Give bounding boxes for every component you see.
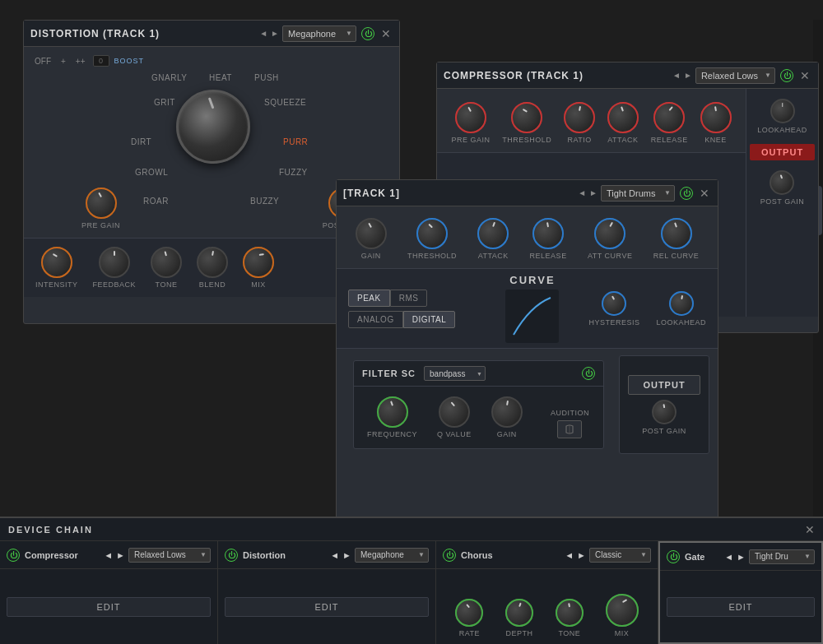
chain-gate-power[interactable]: ⏻ — [667, 550, 680, 563]
trans-attcurve-container: ATT CURVE — [588, 218, 633, 260]
boost-off-btn[interactable]: OFF — [32, 56, 53, 67]
qvalue-knob[interactable] — [439, 396, 470, 428]
chain-compressor-preset-dropdown[interactable]: Relaxed Lows — [128, 548, 211, 563]
compressor-preset-dropdown[interactable]: Relaxed Lows — [695, 67, 775, 84]
feedback-knob[interactable] — [99, 247, 130, 278]
hysteresis-knob[interactable] — [602, 291, 626, 316]
chain-distortion-power[interactable]: ⏻ — [225, 549, 238, 562]
tone-knob[interactable] — [151, 247, 182, 278]
squeeze-label: SQUEEZE — [264, 98, 306, 107]
chain-chorus-power[interactable]: ⏻ — [443, 549, 456, 562]
chain-chorus-prev[interactable]: ◄ — [565, 550, 574, 560]
transient-power-button[interactable]: ⏻ — [680, 187, 693, 200]
trans-attack-knob[interactable] — [477, 218, 509, 249]
comp-attack-container: ATTACK — [607, 102, 639, 144]
trans-attcurve-knob[interactable] — [594, 218, 625, 249]
device-chain-close[interactable]: ✕ — [805, 523, 815, 536]
chorus-tone-knob[interactable] — [556, 599, 584, 627]
chain-distortion-next[interactable]: ► — [342, 550, 351, 560]
chain-compressor-power[interactable]: ⏻ — [7, 549, 20, 562]
chain-chorus-next[interactable]: ► — [577, 550, 586, 560]
filter-sc-power-button[interactable]: ⏻ — [582, 367, 595, 380]
compressor-prev-arrow[interactable]: ◄ — [672, 71, 681, 80]
chain-gate-prev[interactable]: ◄ — [724, 552, 733, 562]
comp-threshold-knob[interactable] — [511, 102, 542, 133]
distortion-power-button[interactable]: ⏻ — [361, 27, 374, 40]
comp-knee-knob[interactable] — [700, 102, 732, 133]
chain-compressor-next[interactable]: ► — [116, 550, 125, 560]
trans-relcurve-knob[interactable] — [661, 218, 692, 249]
chorus-mix-knob[interactable] — [606, 594, 639, 627]
boost-plus-btn[interactable]: + — [58, 56, 68, 67]
filter-output-row: FILTER SC bandpass ⏻ FREQUENCY — [337, 349, 718, 461]
chain-chorus-preset-dropdown[interactable]: Classic — [589, 548, 651, 563]
device-chain: DEVICE CHAIN ✕ ⏻ Compressor ◄ ► Relaxed … — [0, 517, 823, 644]
dist-center-knob[interactable] — [176, 90, 250, 164]
chain-distortion-preset-dropdown[interactable]: Megaphone — [355, 548, 429, 563]
compressor-power-button[interactable]: ⏻ — [780, 69, 793, 82]
peak-btn[interactable]: PEAK — [348, 290, 390, 307]
dist-mix-knob[interactable] — [243, 247, 274, 278]
intensity-knob[interactable] — [41, 247, 72, 278]
filter-gain-knob[interactable] — [491, 396, 523, 428]
transient-next-arrow[interactable]: ► — [589, 188, 597, 197]
comp-ratio-knob[interactable] — [564, 102, 595, 133]
trans-release-knob[interactable] — [532, 218, 564, 249]
compressor-next-arrow[interactable]: ► — [684, 71, 692, 80]
comp-release-knob[interactable] — [653, 102, 685, 133]
comp-postgain-knob[interactable] — [770, 170, 794, 195]
chain-compressor-name: Compressor — [25, 550, 78, 560]
trans-release-label: RELEASE — [530, 252, 567, 260]
chorus-rate-knob[interactable] — [455, 599, 483, 627]
analog-btn[interactable]: ANALOG — [348, 311, 403, 328]
distortion-close-button[interactable]: ✕ — [379, 27, 393, 40]
trans-threshold-knob[interactable] — [416, 218, 448, 249]
chain-gate-edit[interactable]: EDIT — [660, 571, 821, 642]
blend-knob[interactable] — [197, 247, 228, 278]
chorus-depth-label: DEPTH — [506, 629, 533, 637]
filter-gain-label: GAIN — [497, 430, 517, 438]
digital-btn[interactable]: DIGITAL — [403, 311, 456, 328]
trans-threshold-label: THRESHOLD — [407, 252, 457, 260]
trans-threshold-container: THRESHOLD — [407, 218, 457, 260]
distortion-preset-dropdown[interactable]: Megaphone — [282, 25, 356, 42]
hysteresis-container: HYSTERESIS — [588, 291, 639, 327]
filter-type-select[interactable]: bandpass — [424, 366, 486, 381]
comp-release-container: RELEASE — [651, 102, 688, 144]
chain-compressor-edit-btn[interactable]: EDIT — [7, 597, 211, 617]
compressor-output-button[interactable]: OUTPUT — [750, 144, 815, 160]
distortion-next-arrow[interactable]: ► — [271, 29, 279, 38]
chorus-rate-container: RATE — [455, 599, 483, 637]
audition-button[interactable] — [557, 420, 582, 438]
chain-gate-next[interactable]: ► — [737, 552, 746, 562]
distortion-prev-arrow[interactable]: ◄ — [259, 29, 267, 38]
chain-compressor-prev[interactable]: ◄ — [104, 550, 113, 560]
chain-distortion-edit-btn[interactable]: EDIT — [225, 597, 429, 617]
comp-lookahead-knob[interactable] — [770, 99, 795, 123]
transient-prev-arrow[interactable]: ◄ — [578, 188, 586, 197]
trans-postgain-knob[interactable] — [652, 400, 677, 424]
detect-peak-rms-row: PEAK RMS — [348, 290, 455, 307]
chorus-depth-knob[interactable] — [505, 599, 533, 627]
dist-pregain-knob[interactable] — [86, 188, 117, 219]
transient-close-button[interactable]: ✕ — [698, 187, 711, 200]
chain-distortion-prev[interactable]: ◄ — [330, 550, 339, 560]
chain-gate-preset-dropdown[interactable]: Tight Dru — [749, 549, 815, 564]
comp-attack-knob[interactable] — [607, 102, 639, 133]
chain-distortion-edit[interactable]: EDIT — [218, 569, 435, 644]
boost-pp-btn[interactable]: ++ — [73, 56, 88, 67]
dist-main-knob[interactable] — [176, 90, 250, 164]
compressor-close-button[interactable]: ✕ — [798, 69, 811, 82]
filter-gain-container: GAIN — [491, 396, 523, 438]
chain-distortion-name: Distortion — [243, 550, 286, 560]
trans-gain-container: GAIN — [356, 218, 387, 260]
frequency-knob[interactable] — [377, 396, 408, 428]
trans-lookahead-knob[interactable] — [669, 291, 694, 316]
chain-gate-edit-btn[interactable]: EDIT — [667, 597, 815, 617]
filter-sc-section: FILTER SC bandpass ⏻ FREQUENCY — [353, 360, 604, 449]
trans-gain-knob[interactable] — [356, 218, 387, 249]
transient-preset-dropdown[interactable]: Tight Drums — [601, 185, 675, 202]
comp-pregain-knob[interactable] — [455, 102, 486, 133]
rms-btn[interactable]: RMS — [390, 290, 428, 307]
chain-compressor-edit[interactable]: EDIT — [0, 569, 217, 644]
